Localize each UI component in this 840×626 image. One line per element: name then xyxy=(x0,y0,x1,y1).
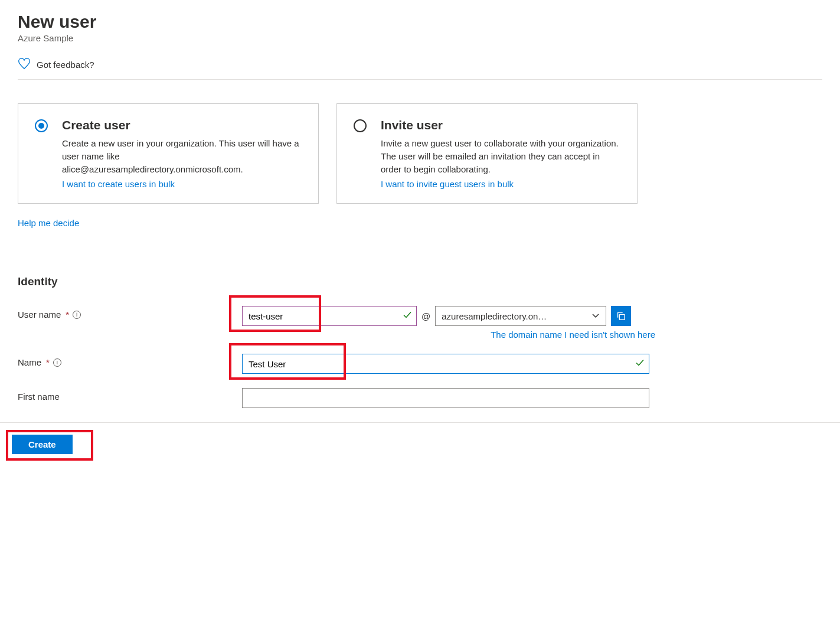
heart-icon xyxy=(18,57,31,72)
invite-user-title: Invite user xyxy=(381,118,620,132)
create-bulk-link[interactable]: I want to create users in bulk xyxy=(62,179,175,189)
radio-unselected-icon xyxy=(354,119,367,132)
required-icon: * xyxy=(46,357,50,367)
firstname-input[interactable] xyxy=(242,388,649,408)
domain-dropdown[interactable]: azuresampledirectory.on… xyxy=(435,306,606,326)
create-user-option[interactable]: Create user Create a new user in your or… xyxy=(18,103,319,204)
domain-not-shown-link[interactable]: The domain name I need isn't shown here xyxy=(491,330,655,340)
invite-user-option[interactable]: Invite user Invite a new guest user to c… xyxy=(336,103,638,204)
help-me-decide-link[interactable]: Help me decide xyxy=(18,218,79,228)
create-user-desc: Create a new user in your organization. … xyxy=(62,137,302,175)
radio-selected-icon xyxy=(35,119,48,132)
name-label: Name * i xyxy=(18,354,242,367)
feedback-link[interactable]: Got feedback? xyxy=(18,57,822,80)
checkmark-icon xyxy=(635,358,645,370)
feedback-text: Got feedback? xyxy=(37,60,94,70)
identity-section-title: Identity xyxy=(18,275,822,288)
create-user-title: Create user xyxy=(62,118,302,132)
firstname-label: First name xyxy=(18,388,242,402)
username-label: User name * i xyxy=(18,306,242,319)
at-symbol: @ xyxy=(421,311,430,321)
chevron-down-icon xyxy=(591,311,600,321)
create-button[interactable]: Create xyxy=(12,435,73,454)
info-icon[interactable]: i xyxy=(73,311,81,319)
copy-icon xyxy=(616,311,626,321)
invite-bulk-link[interactable]: I want to invite guest users in bulk xyxy=(381,179,514,189)
invite-user-desc: Invite a new guest user to collaborate w… xyxy=(381,137,620,175)
svg-rect-0 xyxy=(620,315,625,320)
copy-button[interactable] xyxy=(611,306,631,326)
checkmark-icon xyxy=(403,311,412,322)
required-icon: * xyxy=(66,309,69,319)
page-subtitle: Azure Sample xyxy=(18,33,822,43)
page-title: New user xyxy=(18,12,822,32)
info-icon[interactable]: i xyxy=(53,358,61,367)
name-input[interactable] xyxy=(242,354,649,374)
username-input[interactable] xyxy=(242,306,417,326)
